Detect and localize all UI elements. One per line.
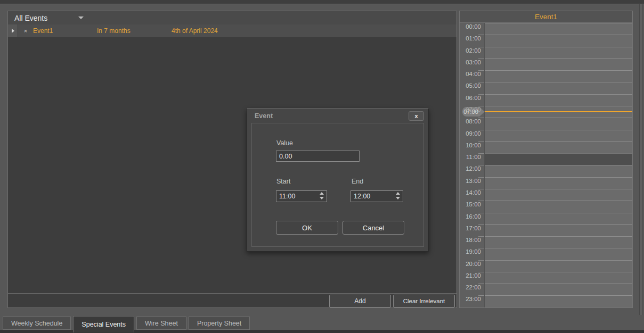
day-grid-rows[interactable] [485,23,632,307]
delete-icon[interactable]: × [18,28,33,34]
event-row[interactable]: ×Event1In 7 months4th of April 2024 [8,24,456,37]
hour-label: 16:00 [460,213,484,224]
hour-label: 12:00 [460,165,484,177]
tab-wire-sheet[interactable]: Wire Sheet [136,317,186,330]
hour-row[interactable] [485,82,632,94]
hour-row[interactable] [485,189,632,201]
hour-row[interactable] [485,165,632,177]
hour-label: 06:00 [460,94,484,106]
value-input[interactable] [276,151,360,162]
time-cursor-tag[interactable]: 07:00 [462,107,479,116]
spinner-up-icon[interactable] [396,192,400,195]
expand-icon [12,29,14,33]
cancel-button[interactable]: Cancel [343,221,404,235]
hour-label: 19:00 [460,248,484,260]
hour-row[interactable] [485,47,632,59]
event-name: Event1 [33,27,97,35]
hour-label: 01:00 [460,35,484,46]
hour-labels-column: 00:0001:0002:0003:0004:0005:0006:0007:00… [460,23,485,307]
event-time-block[interactable] [485,153,632,165]
day-grid: 00:0001:0002:0003:0004:0005:0006:0007:00… [460,23,632,307]
event-rows: ×Event1In 7 months4th of April 2024 [8,24,456,37]
dialog-titlebar[interactable]: Event [247,109,428,123]
hour-row[interactable] [485,177,632,189]
hour-label: 08:00 [460,118,484,129]
tab-property-sheet[interactable]: Property Sheet [189,317,250,330]
end-label: End [352,178,363,185]
hour-row[interactable] [485,141,632,153]
spinner-down-icon[interactable] [396,197,400,199]
expand-cell[interactable] [8,24,18,37]
dialog-title: Event [255,112,273,120]
value-label: Value [276,139,293,147]
hour-row[interactable] [485,224,632,236]
spinner-down-icon[interactable] [320,197,324,199]
event-date: 4th of April 2024 [172,27,456,35]
start-time-spinner [276,190,327,202]
day-view-panel: Event1 00:0001:0002:0003:0004:0005:0006:… [459,11,633,308]
ok-button[interactable]: OK [276,221,338,235]
clear-irrelevant-button[interactable]: Clear Irrelevant [393,295,455,307]
hour-label: 10:00 [460,141,484,153]
hour-row[interactable] [485,284,632,295]
tabs: Weekly ScheduleSpecial EventsWire SheetP… [3,315,250,332]
tab-special-events[interactable]: Special Events [73,316,134,332]
hour-label: 00:00 [460,23,484,35]
hour-label: 14:00 [460,189,484,201]
end-time-spinner [350,190,403,202]
event-recurrence: In 7 months [97,27,172,35]
dialog-content: Value Start End OK Cancel [251,123,424,247]
view-tabbar: Weekly ScheduleSpecial EventsWire SheetP… [0,315,644,333]
event-dialog: Event x Value Start End OK [247,108,429,252]
hour-label: 11:00 [460,153,484,165]
tab-weekly-schedule[interactable]: Weekly Schedule [3,317,71,330]
hour-row[interactable] [485,295,632,307]
hour-row[interactable] [485,272,632,284]
event-filter-dropdown[interactable]: All Events [8,11,456,24]
right-splitter[interactable] [639,4,642,315]
start-label: Start [276,178,290,185]
hour-row[interactable] [485,236,632,248]
hour-label: 04:00 [460,70,484,82]
hour-row[interactable] [485,70,632,82]
top-strip [0,0,644,4]
hour-row[interactable] [485,94,632,106]
hour-row[interactable] [485,201,632,212]
hour-row[interactable] [485,35,632,46]
event-filter-label: All Events [8,14,47,22]
hour-label: 05:00 [460,82,484,94]
add-button[interactable]: Add [329,295,391,307]
hour-label: 02:00 [460,47,484,59]
hour-label: 22:00 [460,284,484,295]
hour-row[interactable] [485,260,632,272]
time-cursor-line [485,111,632,112]
spinner-up-icon[interactable] [320,192,324,195]
hour-row[interactable] [485,118,632,129]
hour-row[interactable] [485,248,632,260]
hour-label: 20:00 [460,260,484,272]
scheduler-screen: All Events ×Event1In 7 months4th of Apri… [0,0,644,333]
hour-label: 09:00 [460,130,484,141]
hour-row[interactable] [485,59,632,70]
hour-row[interactable] [485,23,632,35]
hour-label: 17:00 [460,224,484,236]
hour-row[interactable] [485,130,632,141]
hour-label: 21:00 [460,272,484,284]
close-icon[interactable]: x [409,111,424,121]
day-view-title: Event1 [460,11,632,23]
hour-row[interactable] [485,213,632,224]
hour-label: 18:00 [460,236,484,248]
hour-label: 13:00 [460,177,484,189]
caret-down-icon [78,16,84,19]
hour-label: 03:00 [460,59,484,70]
hour-label: 23:00 [460,295,484,307]
hour-label: 15:00 [460,201,484,212]
